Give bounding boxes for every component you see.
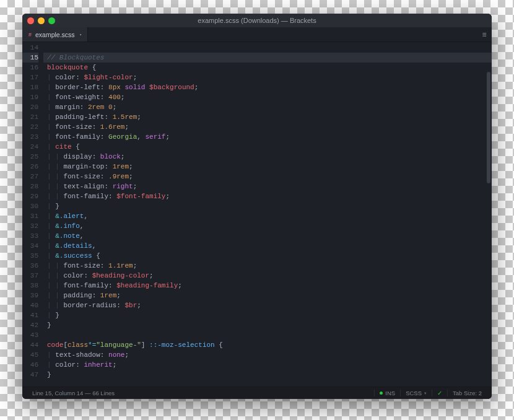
line-number[interactable]: 30 — [22, 201, 38, 211]
code-line[interactable]: | &.alert, — [47, 211, 492, 221]
line-number[interactable]: 27 — [22, 172, 38, 182]
line-number[interactable]: 38 — [22, 281, 38, 291]
line-number[interactable]: 16 — [22, 63, 38, 72]
status-insert-mode[interactable]: INS — [374, 390, 400, 396]
code-line[interactable]: | font-size: 1.6rem; — [47, 122, 492, 132]
code-line[interactable]: | &.note, — [47, 231, 492, 241]
cursor-position[interactable]: Line 15, Column 14 — 66 Lines — [27, 390, 120, 396]
code-line[interactable]: | text-shadow: none; — [47, 350, 492, 360]
code-line[interactable]: | } — [47, 310, 492, 320]
line-number[interactable]: 36 — [22, 261, 38, 271]
maximize-icon[interactable] — [48, 17, 55, 24]
tabbar: # example.scss • ≡ — [22, 27, 492, 42]
tab-label: example.scss — [35, 31, 75, 38]
code-line[interactable]: | } — [47, 201, 492, 211]
editor-window: example.scss (Downloads) — Brackets # ex… — [22, 14, 492, 399]
line-number[interactable]: 22 — [22, 122, 38, 132]
line-number[interactable]: 15 — [22, 53, 38, 63]
code-line[interactable]: | | padding: 1rem; — [47, 291, 492, 300]
line-number[interactable]: 41 — [22, 310, 38, 320]
line-number[interactable]: 20 — [22, 102, 38, 112]
line-number[interactable]: 47 — [22, 370, 38, 380]
code-line[interactable] — [47, 43, 492, 53]
code-content[interactable]: // Blockquotesblockquote {| color: $ligh… — [43, 42, 492, 387]
code-line[interactable]: | cite { — [47, 142, 492, 152]
code-line[interactable]: // Blockquotes — [47, 53, 492, 63]
line-number[interactable]: 31 — [22, 211, 38, 221]
line-number-gutter[interactable]: 1415161718192021222324252627282930313233… — [22, 42, 43, 387]
line-number[interactable]: 19 — [22, 92, 38, 102]
code-line[interactable]: code[class*="language-"] ::-moz-selectio… — [47, 340, 492, 350]
code-line[interactable]: | font-family: Georgia, serif; — [47, 132, 492, 142]
statusbar: Line 15, Column 14 — 66 Lines INS SCSS ▾… — [22, 387, 492, 399]
line-number[interactable]: 28 — [22, 182, 38, 191]
code-line[interactable]: | | font-size: .9rem; — [47, 172, 492, 182]
code-line[interactable]: | | font-size: 1.1rem; — [47, 261, 492, 271]
line-number[interactable]: 34 — [22, 241, 38, 251]
tabbar-spacer — [88, 27, 477, 42]
minimize-icon[interactable] — [38, 17, 45, 24]
check-icon: ✓ — [437, 390, 442, 396]
line-number[interactable]: 43 — [22, 330, 38, 340]
line-number[interactable]: 24 — [22, 142, 38, 152]
code-line[interactable]: | | border-radius: $br; — [47, 300, 492, 310]
hamburger-menu-icon[interactable]: ≡ — [477, 27, 492, 42]
line-number[interactable]: 33 — [22, 231, 38, 241]
code-line[interactable]: | font-weight: 400; — [47, 92, 492, 102]
line-number[interactable]: 26 — [22, 162, 38, 172]
close-icon[interactable] — [27, 17, 34, 24]
line-number[interactable]: 42 — [22, 320, 38, 330]
code-line[interactable]: blockquote { — [47, 63, 492, 72]
code-line[interactable]: | | color: $heading-color; — [47, 271, 492, 281]
line-number[interactable]: 44 — [22, 340, 38, 350]
tab-example-scss[interactable]: # example.scss • — [22, 27, 88, 42]
code-line[interactable]: | color: $light-color; — [47, 72, 492, 82]
code-line[interactable]: | &.success { — [47, 251, 492, 261]
line-number[interactable]: 32 — [22, 221, 38, 231]
code-line[interactable]: | | text-align: right; — [47, 182, 492, 191]
line-number[interactable]: 37 — [22, 271, 38, 281]
code-line[interactable]: | &.info, — [47, 221, 492, 231]
line-number[interactable]: 45 — [22, 350, 38, 360]
code-line[interactable] — [47, 330, 492, 340]
line-number[interactable]: 14 — [22, 43, 38, 53]
line-number[interactable]: 39 — [22, 291, 38, 300]
code-line[interactable]: | | display: block; — [47, 152, 492, 162]
code-line[interactable]: } — [47, 370, 492, 380]
chevron-down-icon: ▾ — [424, 391, 427, 396]
code-line[interactable]: } — [47, 320, 492, 330]
code-line[interactable]: | color: inherit; — [47, 360, 492, 370]
traffic-lights — [27, 17, 55, 24]
vertical-scrollbar[interactable] — [487, 72, 490, 183]
insert-mode-label: INS — [385, 390, 395, 396]
status-checkmark[interactable]: ✓ — [432, 390, 447, 396]
line-number[interactable]: 23 — [22, 132, 38, 142]
line-number[interactable]: 21 — [22, 112, 38, 122]
line-number[interactable]: 29 — [22, 191, 38, 201]
scss-file-icon: # — [28, 32, 32, 38]
language-label: SCSS — [406, 390, 422, 396]
line-number[interactable]: 18 — [22, 82, 38, 92]
code-line[interactable]: | | font-family: $font-family; — [47, 191, 492, 201]
line-number[interactable]: 35 — [22, 251, 38, 261]
line-number[interactable]: 25 — [22, 152, 38, 162]
code-line[interactable]: | &.details, — [47, 241, 492, 251]
dirty-indicator-icon: • — [80, 32, 82, 37]
status-language[interactable]: SCSS ▾ — [400, 390, 432, 396]
editor-area[interactable]: 1415161718192021222324252627282930313233… — [22, 42, 492, 387]
code-line[interactable]: | | font-family: $heading-family; — [47, 281, 492, 291]
code-line[interactable]: | margin: 2rem 0; — [47, 102, 492, 112]
status-tab-size[interactable]: Tab Size: 2 — [447, 390, 487, 396]
line-number[interactable]: 17 — [22, 72, 38, 82]
line-number[interactable]: 40 — [22, 300, 38, 310]
code-line[interactable]: | border-left: 8px solid $background; — [47, 82, 492, 92]
titlebar[interactable]: example.scss (Downloads) — Brackets — [22, 14, 492, 27]
tab-size-label: Tab Size: 2 — [453, 390, 482, 396]
status-dot-icon — [380, 392, 383, 395]
code-line[interactable]: | | margin-top: 1rem; — [47, 162, 492, 172]
code-line[interactable]: | padding-left: 1.5rem; — [47, 112, 492, 122]
line-number[interactable]: 46 — [22, 360, 38, 370]
window-title: example.scss (Downloads) — Brackets — [22, 17, 492, 24]
